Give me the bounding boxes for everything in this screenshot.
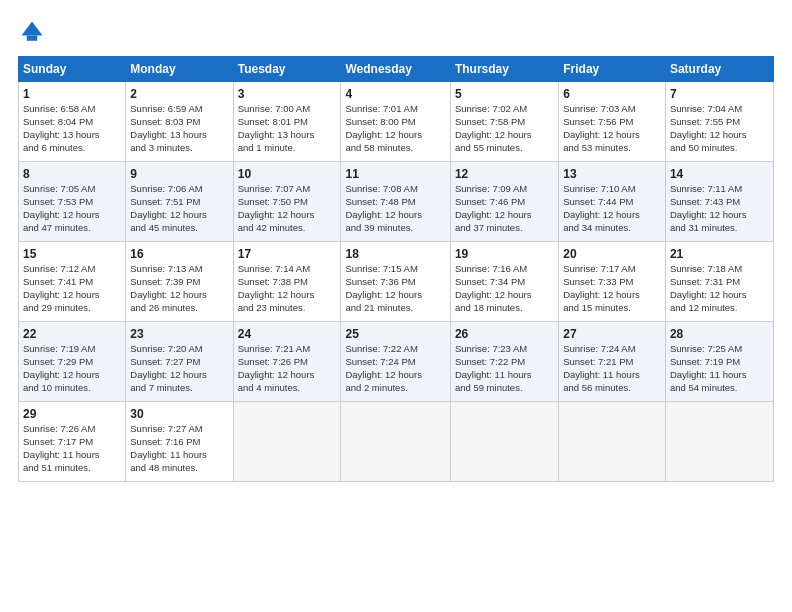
day-number: 10: [238, 166, 337, 182]
day-number: 4: [345, 86, 445, 102]
calendar-cell: 21Sunrise: 7:18 AMSunset: 7:31 PMDayligh…: [665, 242, 773, 322]
day-number: 5: [455, 86, 554, 102]
day-number: 13: [563, 166, 661, 182]
calendar-cell: 23Sunrise: 7:20 AMSunset: 7:27 PMDayligh…: [126, 322, 233, 402]
day-number: 20: [563, 246, 661, 262]
day-number: 8: [23, 166, 121, 182]
weekday-header-thursday: Thursday: [450, 57, 558, 82]
day-number: 6: [563, 86, 661, 102]
calendar-cell: [665, 402, 773, 482]
calendar-cell: 8Sunrise: 7:05 AMSunset: 7:53 PMDaylight…: [19, 162, 126, 242]
svg-marker-0: [22, 22, 43, 36]
calendar-cell: 25Sunrise: 7:22 AMSunset: 7:24 PMDayligh…: [341, 322, 450, 402]
calendar-cell: 7Sunrise: 7:04 AMSunset: 7:55 PMDaylight…: [665, 82, 773, 162]
page-header: [18, 18, 774, 46]
calendar-cell: 2Sunrise: 6:59 AMSunset: 8:03 PMDaylight…: [126, 82, 233, 162]
day-number: 16: [130, 246, 228, 262]
calendar-cell: 30Sunrise: 7:27 AMSunset: 7:16 PMDayligh…: [126, 402, 233, 482]
calendar-cell: 12Sunrise: 7:09 AMSunset: 7:46 PMDayligh…: [450, 162, 558, 242]
weekday-header-saturday: Saturday: [665, 57, 773, 82]
weekday-header-tuesday: Tuesday: [233, 57, 341, 82]
logo: [18, 18, 50, 46]
calendar-cell: 16Sunrise: 7:13 AMSunset: 7:39 PMDayligh…: [126, 242, 233, 322]
day-number: 19: [455, 246, 554, 262]
day-number: 30: [130, 406, 228, 422]
day-number: 1: [23, 86, 121, 102]
weekday-header-friday: Friday: [559, 57, 666, 82]
calendar-cell: [559, 402, 666, 482]
calendar-cell: 14Sunrise: 7:11 AMSunset: 7:43 PMDayligh…: [665, 162, 773, 242]
day-number: 18: [345, 246, 445, 262]
calendar-cell: [450, 402, 558, 482]
weekday-header-sunday: Sunday: [19, 57, 126, 82]
calendar-cell: 22Sunrise: 7:19 AMSunset: 7:29 PMDayligh…: [19, 322, 126, 402]
calendar-cell: 4Sunrise: 7:01 AMSunset: 8:00 PMDaylight…: [341, 82, 450, 162]
calendar-cell: 13Sunrise: 7:10 AMSunset: 7:44 PMDayligh…: [559, 162, 666, 242]
calendar-cell: 9Sunrise: 7:06 AMSunset: 7:51 PMDaylight…: [126, 162, 233, 242]
day-number: 25: [345, 326, 445, 342]
svg-rect-1: [27, 36, 38, 41]
day-number: 26: [455, 326, 554, 342]
calendar-cell: [341, 402, 450, 482]
day-number: 23: [130, 326, 228, 342]
calendar-table: SundayMondayTuesdayWednesdayThursdayFrid…: [18, 56, 774, 482]
calendar-cell: 3Sunrise: 7:00 AMSunset: 8:01 PMDaylight…: [233, 82, 341, 162]
day-number: 3: [238, 86, 337, 102]
weekday-header-wednesday: Wednesday: [341, 57, 450, 82]
day-number: 24: [238, 326, 337, 342]
day-number: 27: [563, 326, 661, 342]
calendar-cell: [233, 402, 341, 482]
day-number: 14: [670, 166, 769, 182]
day-number: 28: [670, 326, 769, 342]
day-number: 12: [455, 166, 554, 182]
calendar-cell: 1Sunrise: 6:58 AMSunset: 8:04 PMDaylight…: [19, 82, 126, 162]
day-number: 17: [238, 246, 337, 262]
calendar-cell: 15Sunrise: 7:12 AMSunset: 7:41 PMDayligh…: [19, 242, 126, 322]
calendar-cell: 20Sunrise: 7:17 AMSunset: 7:33 PMDayligh…: [559, 242, 666, 322]
calendar-cell: 29Sunrise: 7:26 AMSunset: 7:17 PMDayligh…: [19, 402, 126, 482]
day-number: 2: [130, 86, 228, 102]
day-number: 7: [670, 86, 769, 102]
calendar-cell: 19Sunrise: 7:16 AMSunset: 7:34 PMDayligh…: [450, 242, 558, 322]
day-number: 21: [670, 246, 769, 262]
calendar-cell: 6Sunrise: 7:03 AMSunset: 7:56 PMDaylight…: [559, 82, 666, 162]
logo-icon: [18, 18, 46, 46]
calendar-cell: 17Sunrise: 7:14 AMSunset: 7:38 PMDayligh…: [233, 242, 341, 322]
day-number: 22: [23, 326, 121, 342]
day-number: 29: [23, 406, 121, 422]
calendar-cell: 11Sunrise: 7:08 AMSunset: 7:48 PMDayligh…: [341, 162, 450, 242]
day-number: 11: [345, 166, 445, 182]
calendar-cell: 18Sunrise: 7:15 AMSunset: 7:36 PMDayligh…: [341, 242, 450, 322]
day-number: 9: [130, 166, 228, 182]
calendar-cell: 10Sunrise: 7:07 AMSunset: 7:50 PMDayligh…: [233, 162, 341, 242]
calendar-cell: 27Sunrise: 7:24 AMSunset: 7:21 PMDayligh…: [559, 322, 666, 402]
calendar-cell: 24Sunrise: 7:21 AMSunset: 7:26 PMDayligh…: [233, 322, 341, 402]
day-number: 15: [23, 246, 121, 262]
calendar-cell: 28Sunrise: 7:25 AMSunset: 7:19 PMDayligh…: [665, 322, 773, 402]
calendar-cell: 5Sunrise: 7:02 AMSunset: 7:58 PMDaylight…: [450, 82, 558, 162]
weekday-header-monday: Monday: [126, 57, 233, 82]
calendar-cell: 26Sunrise: 7:23 AMSunset: 7:22 PMDayligh…: [450, 322, 558, 402]
